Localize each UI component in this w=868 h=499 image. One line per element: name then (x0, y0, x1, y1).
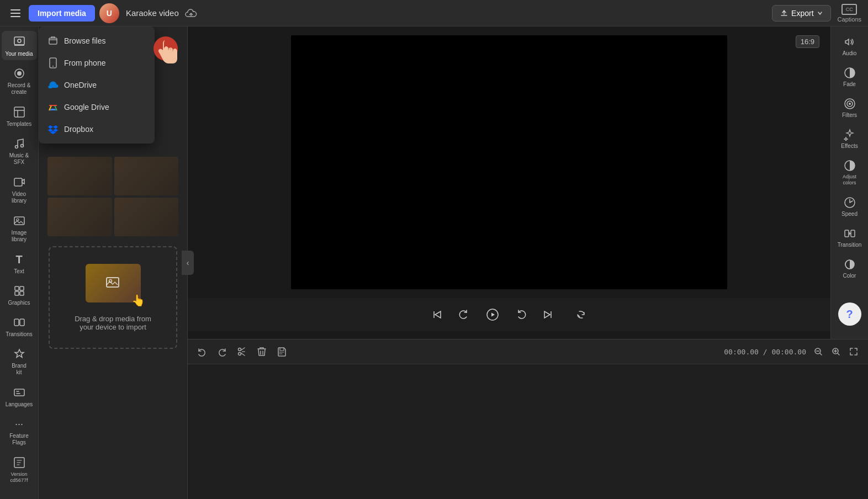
media-item[interactable] (47, 157, 112, 195)
cut-button[interactable] (234, 344, 250, 359)
sidebar-item-record-create[interactable]: Record &create (2, 62, 37, 99)
media-item[interactable] (114, 157, 179, 195)
sidebar-item-brand-kit[interactable]: Brandkit (2, 343, 37, 379)
sidebar-label-image-library: Imagelibrary (12, 230, 27, 243)
browse-files-item[interactable]: Browse files (39, 30, 155, 52)
export-button[interactable]: Export (772, 5, 830, 22)
audio-panel-item[interactable]: Audio (833, 31, 867, 60)
export-label: Export (791, 9, 813, 18)
svg-point-6 (20, 145, 23, 147)
svg-point-3 (17, 71, 22, 76)
collapse-panel-button[interactable]: ‹ (182, 251, 194, 275)
redo-button[interactable] (214, 344, 230, 359)
skip-to-end-button[interactable] (539, 306, 557, 323)
save-button[interactable] (274, 344, 289, 359)
sidebar-item-feature-flags[interactable]: ··· FeatureFlags (2, 413, 37, 449)
zoom-in-button[interactable] (828, 344, 844, 359)
svg-point-35 (239, 353, 241, 355)
sidebar-item-text[interactable]: T Text (2, 248, 37, 278)
brand-kit-icon (13, 347, 26, 360)
import-media-button[interactable]: Import media (29, 5, 95, 22)
captions-button[interactable]: CC Captions (838, 4, 861, 23)
drag-drop-area[interactable]: 👆 Drag & drop media from your device to … (49, 246, 177, 349)
total-time: 00:00.00 (771, 348, 806, 356)
speed-label: Speed (841, 211, 858, 217)
browse-files-icon (47, 35, 59, 46)
svg-rect-18 (49, 38, 57, 44)
dropbox-label: Dropbox (64, 125, 93, 134)
media-item[interactable] (47, 198, 112, 236)
main-area: Your media Record &create Templates (0, 26, 868, 499)
avatar[interactable]: U (99, 3, 119, 23)
help-button[interactable]: ? (838, 302, 861, 326)
color-icon (843, 258, 856, 271)
speed-panel-item[interactable]: Speed (833, 192, 867, 220)
cloud-save-icon[interactable] (183, 6, 199, 21)
menu-icon[interactable] (7, 4, 24, 22)
sidebar-item-transitions[interactable]: Transitions (2, 311, 37, 341)
record-create-icon (13, 67, 26, 80)
timeline-zoom-controls (811, 344, 861, 359)
help-section: ? (838, 284, 861, 335)
playback-controls (188, 298, 830, 331)
zoom-out-button[interactable] (811, 344, 826, 359)
svg-rect-12 (15, 291, 19, 295)
skip-to-start-button[interactable] (428, 306, 446, 323)
feature-flags-icon: ··· (13, 417, 26, 431)
drag-drop-text: Drag & drop media from your device to im… (75, 315, 151, 331)
transition-panel-item[interactable]: Transition (833, 222, 867, 251)
adjust-colors-icon (843, 159, 856, 172)
sidebar-item-graphics[interactable]: Graphics (2, 280, 37, 309)
adjust-colors-panel-item[interactable]: Adjustcolors (833, 155, 867, 189)
topbar-right: Export CC Captions (772, 4, 861, 23)
sidebar-item-version[interactable]: Versioncd5677f (2, 452, 37, 487)
sidebar-item-languages[interactable]: Languages (2, 381, 37, 411)
sidebar-label-languages: Languages (6, 401, 33, 407)
sidebar-item-your-media[interactable]: Your media (2, 31, 37, 60)
sidebar-item-templates[interactable]: Templates (2, 101, 37, 130)
delete-button[interactable] (254, 344, 269, 359)
templates-icon (13, 105, 26, 119)
rewind-button[interactable] (455, 306, 473, 323)
fast-forward-button[interactable] (512, 306, 530, 323)
color-panel-item[interactable]: Color (833, 253, 867, 282)
fit-timeline-button[interactable] (846, 344, 861, 359)
play-button[interactable] (481, 304, 504, 326)
loop-button[interactable] (572, 306, 590, 323)
aspect-ratio-badge[interactable]: 16:9 (796, 35, 819, 48)
sidebar-item-video-library[interactable]: Videolibrary (2, 171, 37, 208)
from-phone-label: From phone (64, 59, 105, 67)
onedrive-item[interactable]: OneDrive (39, 74, 155, 96)
sidebar-item-image-library[interactable]: Imagelibrary (2, 210, 37, 246)
svg-point-5 (15, 146, 18, 148)
google-drive-item[interactable]: Google Drive (39, 96, 155, 118)
time-separator: / (763, 348, 772, 356)
undo-button[interactable] (194, 344, 210, 359)
svg-point-28 (849, 103, 851, 105)
onedrive-label: OneDrive (64, 81, 97, 89)
svg-rect-31 (845, 230, 849, 237)
fade-panel-item[interactable]: Fade (833, 62, 867, 91)
captions-icon: CC (841, 4, 857, 15)
transition-label: Transition (838, 242, 862, 248)
preview-area: 16:9 (188, 26, 830, 339)
onedrive-icon (47, 79, 59, 91)
sidebar-item-music-sfx[interactable]: Music &SFX (2, 132, 37, 169)
from-phone-item[interactable]: From phone (39, 52, 155, 74)
graphics-icon (13, 284, 26, 298)
fade-label: Fade (843, 81, 856, 87)
effects-panel-item[interactable]: Effects (833, 124, 867, 152)
from-phone-icon (47, 57, 59, 68)
image-library-icon (13, 214, 26, 227)
svg-rect-13 (20, 291, 24, 295)
filters-label: Filters (842, 112, 857, 118)
media-background: 👆 Drag & drop media from your device to … (39, 148, 187, 359)
sidebar-label-graphics: Graphics (8, 300, 30, 306)
dropbox-item[interactable]: Dropbox (39, 118, 155, 140)
sidebar-label-music-sfx: Music &SFX (9, 152, 29, 166)
media-item[interactable] (114, 198, 179, 236)
transition-icon (843, 227, 856, 240)
timeline-toolbar: 00:00.00 / 00:00.00 (188, 339, 868, 364)
filters-panel-item[interactable]: Filters (833, 93, 867, 121)
timeline-body[interactable] (188, 364, 868, 499)
